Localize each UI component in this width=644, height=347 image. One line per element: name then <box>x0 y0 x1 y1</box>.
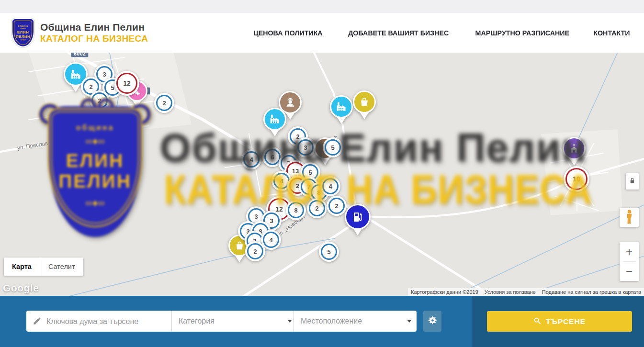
nav-contacts[interactable]: КОНТАКТИ <box>593 29 630 37</box>
search-bar: Категория Местоположение <box>26 311 417 332</box>
crest-text: община ∞♦∞ ЕЛИН ПЕЛИН ∞♦∞ <box>41 101 149 238</box>
search-icon <box>533 317 541 326</box>
search-panel: Категория Местоположение ТЪРСЕНЕ <box>0 296 644 347</box>
header: община ∞♦∞ ЕЛИН ПЕЛИН ∞♦∞ Община Елин Пе… <box>0 13 644 53</box>
pencil-icon <box>33 316 42 327</box>
location-select[interactable]: Местоположение <box>301 311 412 332</box>
site-subtitle: КАТАЛОГ НА БИЗНЕСА <box>40 34 148 44</box>
zoom-in-button[interactable]: + <box>620 242 639 261</box>
crest-top-word: община <box>76 123 114 132</box>
gear-icon <box>428 315 438 327</box>
crest-ornament: ∞♦∞ <box>85 197 105 209</box>
map-type-map-button[interactable]: Карта <box>4 257 40 276</box>
map-type-control: Карта Сателит <box>4 257 83 276</box>
field-divider <box>171 311 172 332</box>
crest-ornament: ∞♦∞ <box>85 135 105 147</box>
lock-button[interactable] <box>626 173 639 190</box>
category-select-value: Категория <box>179 317 215 325</box>
cluster-count: 3 <box>254 213 258 220</box>
location-select-value: Местоположение <box>301 317 362 325</box>
zoom-out-button[interactable]: − <box>620 262 639 281</box>
top-strip <box>0 0 644 13</box>
pegman-icon <box>625 210 633 225</box>
watermark-title: Община Елин Пелин <box>159 124 587 171</box>
brand-text: Община Елин Пелин КАТАЛОГ НА БИЗНЕСА <box>40 22 148 44</box>
crest-name-line1: ЕЛИН <box>66 151 124 171</box>
factory-pin-marker[interactable] <box>330 95 353 124</box>
chevron-down-icon <box>407 320 412 323</box>
cluster-count: 3 <box>102 71 106 78</box>
terms-of-use-link[interactable]: Условия за ползване <box>485 289 536 295</box>
report-map-error-link[interactable]: Подаване на сигнал за грешка в картата <box>542 289 641 295</box>
nav-add-business[interactable]: ДОБАВЕТЕ ВАШИЯТ БИЗНЕС <box>348 29 449 37</box>
cluster-count: 2 <box>162 100 166 107</box>
cluster-count: 5 <box>327 248 330 256</box>
page: община ∞♦∞ ЕЛИН ПЕЛИН ∞♦∞ Община Елин Пе… <box>0 0 644 347</box>
cluster-marker[interactable]: 2 <box>154 93 174 113</box>
keyword-search-input[interactable] <box>45 311 169 333</box>
pin-tail <box>353 229 362 235</box>
pin-tail <box>235 256 244 262</box>
google-logo[interactable]: Google <box>3 282 39 294</box>
advanced-search-settings-button[interactable] <box>423 311 441 332</box>
cluster-marker[interactable]: 12 <box>114 71 139 96</box>
pin-tail <box>71 85 80 92</box>
road-number-badge: 6002 <box>71 53 89 57</box>
site-logo[interactable]: община ∞♦∞ ЕЛИН ПЕЛИН ∞♦∞ Община Елин Пе… <box>11 18 148 47</box>
lock-icon <box>629 177 635 186</box>
pin-tail <box>360 112 369 119</box>
cluster-count: 2 <box>89 83 92 90</box>
cluster-marker[interactable]: 5 <box>319 242 339 262</box>
cluster-count: 12 <box>123 79 131 87</box>
cluster-marker[interactable]: 2 <box>245 241 265 261</box>
cluster-count: 4 <box>269 236 272 244</box>
nav-price-policy[interactable]: ЦЕНОВА ПОЛИТИКА <box>253 29 322 37</box>
main-nav: ЦЕНОВА ПОЛИТИКА ДОБАВЕТЕ ВАШИЯТ БИЗНЕС М… <box>250 29 632 37</box>
cluster-count: 5 <box>111 84 114 91</box>
crest-name-line2: ПЕЛИН <box>58 171 132 192</box>
crest-ornament: ∞♦∞ <box>20 39 26 41</box>
search-button-label: ТЪРСЕНЕ <box>546 317 586 326</box>
attribution-copyright: Картографски данни ©2019 <box>411 289 478 295</box>
watermark-crest: община ∞♦∞ ЕЛИН ПЕЛИН ∞♦∞ <box>41 101 149 238</box>
search-button[interactable]: ТЪРСЕНЕ <box>487 311 632 332</box>
cluster-count: 3 <box>270 217 273 224</box>
pin-tail <box>337 117 346 124</box>
pin-tail <box>286 113 294 120</box>
bag-pin-marker[interactable] <box>353 90 376 119</box>
zoom-control: + − <box>620 242 639 281</box>
crest-name-line1: ЕЛИН <box>17 30 29 34</box>
map-canvas[interactable]: 3251222235467135427842212833383425106002… <box>0 53 644 296</box>
watermark-subtitle: КАТАЛОГ НА БИЗНЕСА <box>164 166 592 213</box>
category-select[interactable]: Категория <box>179 311 292 332</box>
bag-icon <box>353 90 376 113</box>
cluster-count: 2 <box>253 248 257 255</box>
street-view-pegman-button[interactable] <box>620 208 639 227</box>
crest-text: община ∞♦∞ ЕЛИН ПЕЛИН ∞♦∞ <box>12 19 34 46</box>
map-type-satellite-button[interactable]: Сателит <box>40 257 83 276</box>
chevron-down-icon <box>287 320 292 323</box>
field-divider <box>294 311 294 332</box>
nav-route-schedule[interactable]: МАРШРУТНО РАЗПИСАНИЕ <box>475 29 570 37</box>
map-attribution: Картографски данни ©2019 Условия за полз… <box>408 288 644 296</box>
site-title: Община Елин Пелин <box>40 22 148 33</box>
factory-icon <box>330 95 353 118</box>
municipality-crest-icon: община ∞♦∞ ЕЛИН ПЕЛИН ∞♦∞ <box>11 18 34 47</box>
